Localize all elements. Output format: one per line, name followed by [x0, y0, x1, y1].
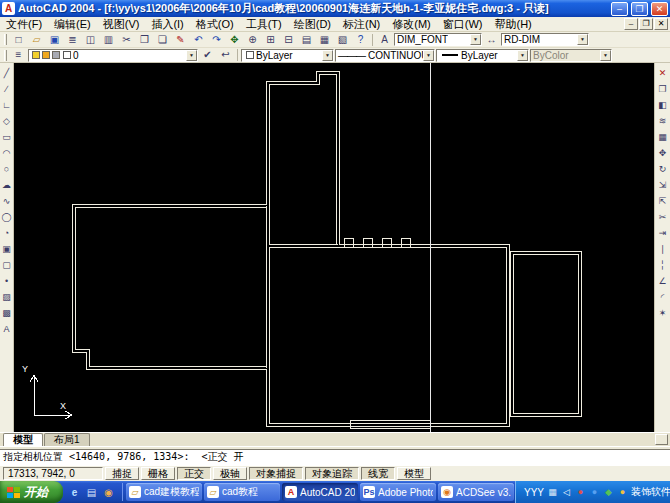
- tray-volume-icon[interactable]: ◁: [561, 487, 572, 498]
- polygon-button[interactable]: ◇: [0, 113, 14, 129]
- paste-button[interactable]: ❏: [154, 33, 171, 47]
- menu-tools[interactable]: 工具(T): [240, 17, 288, 31]
- tray-shield-icon[interactable]: ◆: [603, 487, 614, 498]
- taskbar-acdsee[interactable]: ◉ACDSee v3.1...: [438, 483, 514, 501]
- osnap-toggle[interactable]: 对象捕捉: [249, 467, 303, 480]
- minimize-button[interactable]: –: [611, 2, 628, 16]
- chamfer-button[interactable]: ∠: [656, 273, 670, 289]
- make-block-button[interactable]: ▢: [0, 257, 14, 273]
- rectangle-button[interactable]: ▭: [0, 129, 14, 145]
- save-button[interactable]: ▣: [46, 33, 63, 47]
- toolbar-grip[interactable]: [4, 50, 7, 61]
- coordinate-readout[interactable]: 17313, 7942, 0: [3, 467, 103, 480]
- pan-button[interactable]: ✥: [226, 33, 243, 47]
- tool-palettes-button[interactable]: ▧: [334, 33, 351, 47]
- break-button[interactable]: ╎: [656, 257, 670, 273]
- redo-button[interactable]: ↷: [208, 33, 225, 47]
- designcenter-button[interactable]: ▦: [316, 33, 333, 47]
- grid-toggle[interactable]: 栅格: [141, 467, 175, 480]
- tray-app-blue-icon[interactable]: ●: [589, 487, 600, 498]
- move-button[interactable]: ✥: [656, 145, 670, 161]
- dropdown-arrow-icon[interactable]: ▼: [577, 34, 588, 45]
- ime-indicator[interactable]: YYY: [524, 487, 544, 498]
- menu-window[interactable]: 窗口(W): [437, 17, 489, 31]
- tab-model[interactable]: 模型: [3, 433, 43, 446]
- mtext-button[interactable]: A: [0, 321, 14, 337]
- mdi-minimize-button[interactable]: –: [624, 18, 638, 30]
- extend-button[interactable]: ⇥: [656, 225, 670, 241]
- break-at-point-button[interactable]: ∣: [656, 241, 670, 257]
- mdi-restore-button[interactable]: ❐: [639, 18, 653, 30]
- stretch-button[interactable]: ⇱: [656, 193, 670, 209]
- revcloud-button[interactable]: ☁: [0, 177, 14, 193]
- plot-preview-button[interactable]: ◫: [82, 33, 99, 47]
- dropdown-arrow-icon[interactable]: ▼: [186, 50, 197, 61]
- spline-button[interactable]: ∿: [0, 193, 14, 209]
- fillet-button[interactable]: ◜: [656, 289, 670, 305]
- toolbar-grip[interactable]: [4, 34, 7, 45]
- arc-button[interactable]: ◠: [0, 145, 14, 161]
- internet-explorer-icon[interactable]: e: [67, 485, 82, 500]
- explode-button[interactable]: ✶: [656, 305, 670, 321]
- otrack-toggle[interactable]: 对象追踪: [305, 467, 359, 480]
- layer-combo[interactable]: 0 ▼: [28, 49, 198, 62]
- point-button[interactable]: •: [0, 273, 14, 289]
- text-style-combo[interactable]: DIM_FONT ▼: [394, 33, 482, 46]
- show-desktop-icon[interactable]: ▤: [84, 485, 99, 500]
- model-toggle[interactable]: 模型: [397, 467, 431, 480]
- layer-manager-button[interactable]: ≡: [10, 48, 27, 62]
- ellipse-button[interactable]: ◯: [0, 209, 14, 225]
- menu-insert[interactable]: 插入(I): [145, 17, 189, 31]
- color-combo[interactable]: ByLayer ▼: [241, 49, 334, 62]
- zoom-realtime-button[interactable]: ⊕: [244, 33, 261, 47]
- drawing-canvas[interactable]: Y X: [14, 63, 654, 432]
- circle-button[interactable]: ○: [0, 161, 14, 177]
- ime-grid-icon[interactable]: ▦: [547, 487, 558, 498]
- polar-toggle[interactable]: 极轴: [213, 467, 247, 480]
- snap-toggle[interactable]: 捕捉: [105, 467, 139, 480]
- close-button[interactable]: ✕: [651, 2, 668, 16]
- insert-block-button[interactable]: ▣: [0, 241, 14, 257]
- lineweight-toggle[interactable]: 线宽: [361, 467, 395, 480]
- mdi-close-button[interactable]: ✕: [654, 18, 668, 30]
- dropdown-arrow-icon[interactable]: ▼: [517, 50, 528, 61]
- zoom-window-button[interactable]: ⊞: [262, 33, 279, 47]
- array-button[interactable]: ▦: [656, 129, 670, 145]
- cut-button[interactable]: ✂: [118, 33, 135, 47]
- help-button[interactable]: ?: [352, 33, 369, 47]
- erase-button[interactable]: ✕: [656, 65, 670, 81]
- start-button[interactable]: 开始: [0, 481, 63, 503]
- copy-button[interactable]: ❐: [136, 33, 153, 47]
- linetype-combo[interactable]: ——— CONTINUOUS ▼: [335, 49, 435, 62]
- menu-edit[interactable]: 编辑(E): [48, 17, 97, 31]
- tab-scroll-button[interactable]: [655, 434, 668, 445]
- copy-object-button[interactable]: ❐: [656, 81, 670, 97]
- media-player-icon[interactable]: ◉: [101, 485, 116, 500]
- menu-draw[interactable]: 绘图(D): [288, 17, 337, 31]
- plot-button[interactable]: ≣: [64, 33, 81, 47]
- construction-line-button[interactable]: ∕: [0, 81, 14, 97]
- menu-help[interactable]: 帮助(H): [489, 17, 538, 31]
- taskbar-cad-modeling-tutorial[interactable]: ▱cad建模教程: [126, 483, 202, 501]
- dim-style-button[interactable]: ↔: [483, 33, 500, 47]
- open-button[interactable]: ▱: [28, 33, 45, 47]
- trim-button[interactable]: ✂: [656, 209, 670, 225]
- line-button[interactable]: ╱: [0, 65, 14, 81]
- make-layer-current-button[interactable]: ✔: [199, 48, 216, 62]
- dropdown-arrow-icon[interactable]: ▼: [322, 50, 333, 61]
- tray-app-red-icon[interactable]: ●: [575, 487, 586, 498]
- tray-app-yellow-icon[interactable]: ●: [617, 487, 628, 498]
- polyline-button[interactable]: ∟: [0, 97, 14, 113]
- taskbar-cad-tutorial[interactable]: ▱cad教程: [204, 483, 280, 501]
- publish-button[interactable]: ▥: [100, 33, 117, 47]
- menu-format[interactable]: 格式(O): [190, 17, 240, 31]
- taskbar-photoshop[interactable]: PsAdobe Photo...: [360, 483, 436, 501]
- scale-button[interactable]: ⇲: [656, 177, 670, 193]
- region-button[interactable]: ▩: [0, 305, 14, 321]
- match-properties-button[interactable]: ✎: [172, 33, 189, 47]
- layer-previous-button[interactable]: ↩: [217, 48, 234, 62]
- properties-button[interactable]: ▤: [298, 33, 315, 47]
- dropdown-arrow-icon[interactable]: ▼: [423, 50, 434, 61]
- text-style-button[interactable]: A: [376, 33, 393, 47]
- tab-layout1[interactable]: 布局1: [44, 433, 90, 446]
